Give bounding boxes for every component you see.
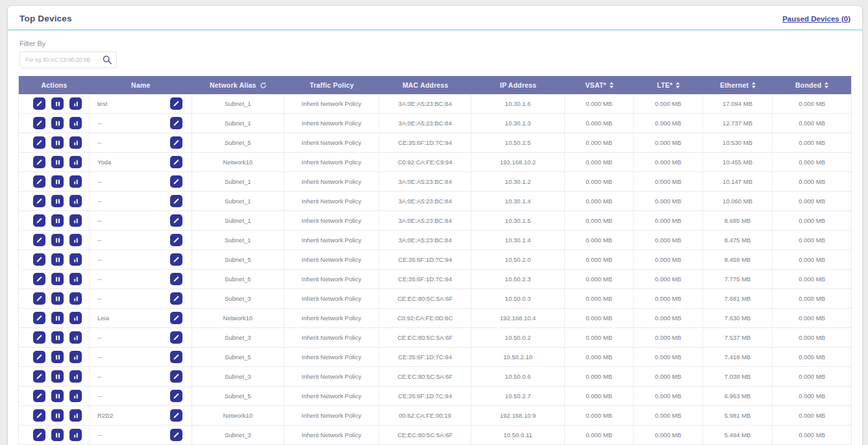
edit-device-button[interactable] bbox=[33, 370, 45, 383]
edit-name-button[interactable] bbox=[170, 214, 182, 227]
pause-device-button[interactable] bbox=[51, 136, 64, 149]
edit-name-button[interactable] bbox=[170, 195, 182, 207]
edit-name-button[interactable] bbox=[170, 136, 182, 149]
edit-device-button[interactable] bbox=[33, 273, 45, 285]
sort-toggle[interactable] bbox=[825, 82, 828, 88]
edit-device-button[interactable] bbox=[33, 253, 45, 266]
pause-device-button[interactable] bbox=[51, 292, 64, 305]
edit-device-button[interactable] bbox=[33, 351, 45, 363]
pause-device-button[interactable] bbox=[51, 409, 64, 422]
paused-devices-link[interactable]: Paused Devices (0) bbox=[782, 15, 850, 23]
device-usage-button[interactable] bbox=[69, 331, 82, 344]
pencil-icon bbox=[173, 159, 180, 166]
edit-device-button[interactable] bbox=[33, 312, 45, 324]
edit-device-button[interactable] bbox=[33, 117, 45, 129]
edit-name-button[interactable] bbox=[170, 175, 182, 188]
device-usage-button[interactable] bbox=[69, 390, 82, 402]
edit-name-button[interactable] bbox=[170, 331, 182, 344]
edit-name-button[interactable] bbox=[170, 117, 182, 129]
sort-desc-icon[interactable] bbox=[825, 86, 828, 88]
column-header-bonded[interactable]: Bonded bbox=[773, 76, 851, 94]
sort-asc-icon[interactable] bbox=[676, 82, 680, 84]
device-usage-button[interactable] bbox=[69, 292, 82, 305]
edit-name-button[interactable] bbox=[170, 273, 182, 285]
device-usage-button[interactable] bbox=[69, 273, 82, 285]
edit-name-button[interactable] bbox=[170, 409, 182, 422]
pause-device-button[interactable] bbox=[51, 273, 64, 285]
ethernet-usage-cell: 7.630 MB bbox=[703, 309, 773, 327]
edit-device-button[interactable] bbox=[33, 429, 45, 441]
pause-device-button[interactable] bbox=[51, 312, 64, 324]
pause-device-button[interactable] bbox=[51, 97, 64, 110]
pause-device-button[interactable] bbox=[51, 234, 64, 246]
edit-name-button[interactable] bbox=[170, 253, 182, 266]
edit-device-button[interactable] bbox=[33, 292, 45, 305]
sort-asc-icon[interactable] bbox=[610, 82, 614, 84]
device-usage-button[interactable] bbox=[69, 136, 82, 149]
device-usage-button[interactable] bbox=[69, 195, 82, 207]
edit-device-button[interactable] bbox=[33, 195, 45, 207]
pencil-icon bbox=[36, 373, 43, 380]
device-name: -- bbox=[97, 373, 101, 380]
device-usage-button[interactable] bbox=[69, 214, 82, 227]
device-usage-button[interactable] bbox=[69, 253, 82, 266]
column-header-ethernet[interactable]: Ethernet bbox=[703, 76, 773, 94]
device-usage-button[interactable] bbox=[69, 156, 82, 168]
device-usage-button[interactable] bbox=[69, 409, 82, 422]
network-alias-cell: Subnet_5 bbox=[192, 348, 284, 366]
edit-name-button[interactable] bbox=[170, 351, 182, 363]
device-usage-button[interactable] bbox=[69, 97, 82, 110]
edit-name-button[interactable] bbox=[170, 312, 182, 324]
sort-desc-icon[interactable] bbox=[676, 86, 680, 88]
sort-desc-icon[interactable] bbox=[752, 86, 756, 88]
pause-device-button[interactable] bbox=[51, 175, 64, 188]
edit-name-button[interactable] bbox=[170, 292, 182, 305]
refresh-icon[interactable] bbox=[260, 82, 267, 89]
sort-toggle[interactable] bbox=[752, 82, 756, 88]
column-header-lte[interactable]: LTE* bbox=[634, 76, 702, 94]
device-usage-button[interactable] bbox=[69, 312, 82, 324]
device-usage-button[interactable] bbox=[69, 351, 82, 363]
pause-device-button[interactable] bbox=[51, 370, 64, 383]
edit-device-button[interactable] bbox=[33, 97, 45, 110]
edit-name-button[interactable] bbox=[170, 429, 182, 441]
pause-device-button[interactable] bbox=[51, 253, 64, 266]
sort-desc-icon[interactable] bbox=[610, 86, 614, 88]
search-icon[interactable] bbox=[103, 55, 112, 64]
sort-toggle[interactable] bbox=[610, 82, 614, 88]
edit-device-button[interactable] bbox=[33, 214, 45, 227]
pause-device-button[interactable] bbox=[51, 195, 64, 207]
edit-device-button[interactable] bbox=[33, 234, 45, 246]
device-usage-button[interactable] bbox=[69, 175, 82, 188]
edit-name-button[interactable] bbox=[170, 390, 182, 402]
pause-device-button[interactable] bbox=[51, 429, 64, 441]
edit-name-button[interactable] bbox=[170, 234, 182, 246]
actions-cell bbox=[19, 231, 90, 249]
edit-name-button[interactable] bbox=[170, 97, 182, 110]
pause-device-button[interactable] bbox=[51, 390, 64, 402]
edit-name-button[interactable] bbox=[170, 156, 182, 168]
sort-asc-icon[interactable] bbox=[825, 82, 828, 84]
pause-device-button[interactable] bbox=[51, 214, 64, 227]
edit-device-button[interactable] bbox=[33, 175, 45, 188]
pause-device-button[interactable] bbox=[51, 117, 64, 129]
pause-device-button[interactable] bbox=[51, 156, 64, 168]
vsat-usage-cell: 0.000 MB bbox=[565, 153, 634, 172]
edit-name-button[interactable] bbox=[170, 370, 182, 383]
edit-device-button[interactable] bbox=[33, 331, 45, 344]
mac-address-cell: 3A:0E:A5:23:BC:84 bbox=[379, 94, 471, 113]
actions-cell bbox=[19, 367, 90, 386]
edit-device-button[interactable] bbox=[33, 409, 45, 422]
device-usage-button[interactable] bbox=[69, 370, 82, 383]
sort-toggle[interactable] bbox=[676, 82, 680, 88]
device-usage-button[interactable] bbox=[69, 234, 82, 246]
pause-device-button[interactable] bbox=[51, 331, 64, 344]
device-usage-button[interactable] bbox=[69, 117, 82, 129]
device-usage-button[interactable] bbox=[69, 429, 82, 441]
edit-device-button[interactable] bbox=[33, 390, 45, 402]
edit-device-button[interactable] bbox=[33, 136, 45, 149]
edit-device-button[interactable] bbox=[33, 156, 45, 168]
sort-asc-icon[interactable] bbox=[752, 82, 756, 84]
pause-device-button[interactable] bbox=[51, 351, 64, 363]
column-header-vsat[interactable]: VSAT* bbox=[565, 76, 634, 94]
